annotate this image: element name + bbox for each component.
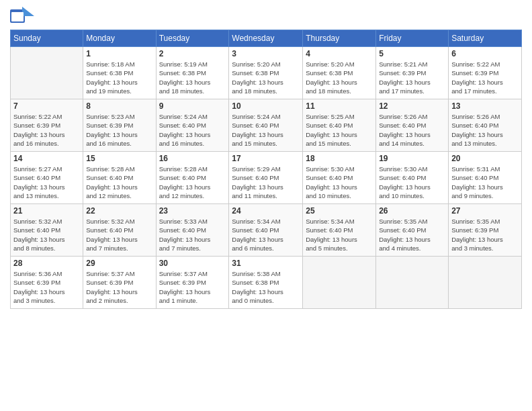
calendar-cell: 21Sunrise: 5:32 AM Sunset: 6:40 PM Dayli… (11, 204, 83, 257)
day-info: Sunrise: 5:28 AM Sunset: 6:40 PM Dayligh… (86, 165, 152, 200)
calendar-cell (303, 257, 376, 309)
day-info: Sunrise: 5:22 AM Sunset: 6:39 PM Dayligh… (451, 60, 519, 95)
day-info: Sunrise: 5:32 AM Sunset: 6:40 PM Dayligh… (86, 217, 152, 253)
day-info: Sunrise: 5:26 AM Sunset: 6:40 PM Dayligh… (451, 112, 519, 148)
calendar-cell: 19Sunrise: 5:30 AM Sunset: 6:40 PM Dayli… (376, 152, 449, 204)
calendar-cell: 8Sunrise: 5:23 AM Sunset: 6:39 PM Daylig… (83, 99, 156, 152)
day-info: Sunrise: 5:27 AM Sunset: 6:40 PM Dayligh… (13, 165, 80, 200)
day-number: 24 (232, 206, 300, 216)
logo (10, 7, 36, 26)
weekday-header: Wednesday (229, 30, 303, 47)
day-number: 3 (232, 49, 300, 58)
calendar-cell: 6Sunrise: 5:22 AM Sunset: 6:39 PM Daylig… (449, 47, 522, 99)
day-info: Sunrise: 5:30 AM Sunset: 6:40 PM Dayligh… (306, 165, 373, 200)
day-number: 27 (451, 206, 519, 216)
calendar-cell: 5Sunrise: 5:21 AM Sunset: 6:39 PM Daylig… (376, 47, 449, 99)
calendar-cell: 13Sunrise: 5:26 AM Sunset: 6:40 PM Dayli… (449, 99, 522, 152)
day-info: Sunrise: 5:30 AM Sunset: 6:40 PM Dayligh… (379, 165, 445, 200)
calendar-cell: 10Sunrise: 5:24 AM Sunset: 6:40 PM Dayli… (229, 99, 303, 152)
day-info: Sunrise: 5:29 AM Sunset: 6:40 PM Dayligh… (232, 165, 300, 200)
weekday-header: Sunday (11, 30, 83, 47)
calendar-cell: 23Sunrise: 5:33 AM Sunset: 6:40 PM Dayli… (156, 204, 229, 257)
day-info: Sunrise: 5:19 AM Sunset: 6:38 PM Dayligh… (159, 60, 226, 95)
day-info: Sunrise: 5:20 AM Sunset: 6:38 PM Dayligh… (232, 60, 300, 95)
calendar-cell: 11Sunrise: 5:25 AM Sunset: 6:40 PM Dayli… (303, 99, 376, 152)
weekday-header-row: SundayMondayTuesdayWednesdayThursdayFrid… (11, 30, 522, 47)
day-info: Sunrise: 5:36 AM Sunset: 6:39 PM Dayligh… (13, 269, 80, 305)
calendar-cell: 1Sunrise: 5:18 AM Sunset: 6:38 PM Daylig… (83, 47, 156, 99)
day-number: 26 (379, 206, 445, 216)
calendar-cell: 16Sunrise: 5:28 AM Sunset: 6:40 PM Dayli… (156, 152, 229, 204)
day-number: 15 (86, 154, 152, 163)
calendar-cell (11, 47, 83, 99)
day-number: 10 (232, 101, 300, 111)
calendar-week-row: 14Sunrise: 5:27 AM Sunset: 6:40 PM Dayli… (11, 152, 522, 204)
day-number: 31 (232, 259, 300, 268)
weekday-header: Friday (376, 30, 449, 47)
day-number: 13 (451, 101, 519, 111)
calendar-cell: 7Sunrise: 5:22 AM Sunset: 6:39 PM Daylig… (11, 99, 83, 152)
calendar-cell: 27Sunrise: 5:35 AM Sunset: 6:39 PM Dayli… (449, 204, 522, 257)
day-number: 28 (13, 259, 80, 268)
calendar-week-row: 1Sunrise: 5:18 AM Sunset: 6:38 PM Daylig… (11, 47, 522, 99)
day-number: 23 (159, 206, 226, 216)
calendar-table: SundayMondayTuesdayWednesdayThursdayFrid… (10, 30, 522, 309)
weekday-header: Monday (83, 30, 156, 47)
day-info: Sunrise: 5:20 AM Sunset: 6:38 PM Dayligh… (306, 60, 373, 95)
day-info: Sunrise: 5:33 AM Sunset: 6:40 PM Dayligh… (159, 217, 226, 253)
day-number: 7 (13, 101, 80, 111)
weekday-header: Tuesday (156, 30, 229, 47)
calendar-cell: 31Sunrise: 5:38 AM Sunset: 6:38 PM Dayli… (229, 257, 303, 309)
day-info: Sunrise: 5:32 AM Sunset: 6:40 PM Dayligh… (13, 217, 80, 253)
weekday-header: Thursday (303, 30, 376, 47)
calendar-cell: 26Sunrise: 5:35 AM Sunset: 6:40 PM Dayli… (376, 204, 449, 257)
day-number: 25 (306, 206, 373, 216)
calendar-cell: 9Sunrise: 5:24 AM Sunset: 6:40 PM Daylig… (156, 99, 229, 152)
svg-marker-1 (22, 7, 34, 16)
calendar-cell: 25Sunrise: 5:34 AM Sunset: 6:40 PM Dayli… (303, 204, 376, 257)
day-info: Sunrise: 5:37 AM Sunset: 6:39 PM Dayligh… (159, 269, 226, 305)
day-number: 20 (451, 154, 519, 163)
calendar-cell: 3Sunrise: 5:20 AM Sunset: 6:38 PM Daylig… (229, 47, 303, 99)
day-number: 2 (159, 49, 226, 58)
calendar-cell: 15Sunrise: 5:28 AM Sunset: 6:40 PM Dayli… (83, 152, 156, 204)
day-info: Sunrise: 5:22 AM Sunset: 6:39 PM Dayligh… (13, 112, 80, 148)
day-number: 18 (306, 154, 373, 163)
day-number: 14 (13, 154, 80, 163)
day-number: 30 (159, 259, 226, 268)
day-number: 4 (306, 49, 373, 58)
calendar-week-row: 28Sunrise: 5:36 AM Sunset: 6:39 PM Dayli… (11, 257, 522, 309)
calendar-cell: 12Sunrise: 5:26 AM Sunset: 6:40 PM Dayli… (376, 99, 449, 152)
calendar-cell: 29Sunrise: 5:37 AM Sunset: 6:39 PM Dayli… (83, 257, 156, 309)
day-number: 16 (159, 154, 226, 163)
day-number: 9 (159, 101, 226, 111)
calendar-cell: 17Sunrise: 5:29 AM Sunset: 6:40 PM Dayli… (229, 152, 303, 204)
calendar-week-row: 21Sunrise: 5:32 AM Sunset: 6:40 PM Dayli… (11, 204, 522, 257)
calendar-cell: 14Sunrise: 5:27 AM Sunset: 6:40 PM Dayli… (11, 152, 83, 204)
day-info: Sunrise: 5:38 AM Sunset: 6:38 PM Dayligh… (232, 269, 300, 305)
day-info: Sunrise: 5:31 AM Sunset: 6:40 PM Dayligh… (451, 165, 519, 200)
day-number: 8 (86, 101, 152, 111)
day-info: Sunrise: 5:25 AM Sunset: 6:40 PM Dayligh… (306, 112, 373, 148)
day-info: Sunrise: 5:24 AM Sunset: 6:40 PM Dayligh… (232, 112, 300, 148)
day-number: 5 (379, 49, 445, 58)
calendar-cell: 24Sunrise: 5:34 AM Sunset: 6:40 PM Dayli… (229, 204, 303, 257)
svg-rect-2 (11, 12, 24, 21)
logo-icon (10, 7, 34, 26)
page-container: SundayMondayTuesdayWednesdayThursdayFrid… (0, 0, 532, 316)
calendar-week-row: 7Sunrise: 5:22 AM Sunset: 6:39 PM Daylig… (11, 99, 522, 152)
day-info: Sunrise: 5:34 AM Sunset: 6:40 PM Dayligh… (306, 217, 373, 253)
calendar-cell (376, 257, 449, 309)
day-number: 21 (13, 206, 80, 216)
day-info: Sunrise: 5:26 AM Sunset: 6:40 PM Dayligh… (379, 112, 445, 148)
day-number: 17 (232, 154, 300, 163)
day-info: Sunrise: 5:24 AM Sunset: 6:40 PM Dayligh… (159, 112, 226, 148)
header-row (10, 7, 522, 26)
day-info: Sunrise: 5:23 AM Sunset: 6:39 PM Dayligh… (86, 112, 152, 148)
day-number: 22 (86, 206, 152, 216)
day-info: Sunrise: 5:35 AM Sunset: 6:40 PM Dayligh… (379, 217, 445, 253)
day-info: Sunrise: 5:18 AM Sunset: 6:38 PM Dayligh… (86, 60, 152, 95)
day-info: Sunrise: 5:28 AM Sunset: 6:40 PM Dayligh… (159, 165, 226, 200)
day-number: 12 (379, 101, 445, 111)
day-number: 19 (379, 154, 445, 163)
